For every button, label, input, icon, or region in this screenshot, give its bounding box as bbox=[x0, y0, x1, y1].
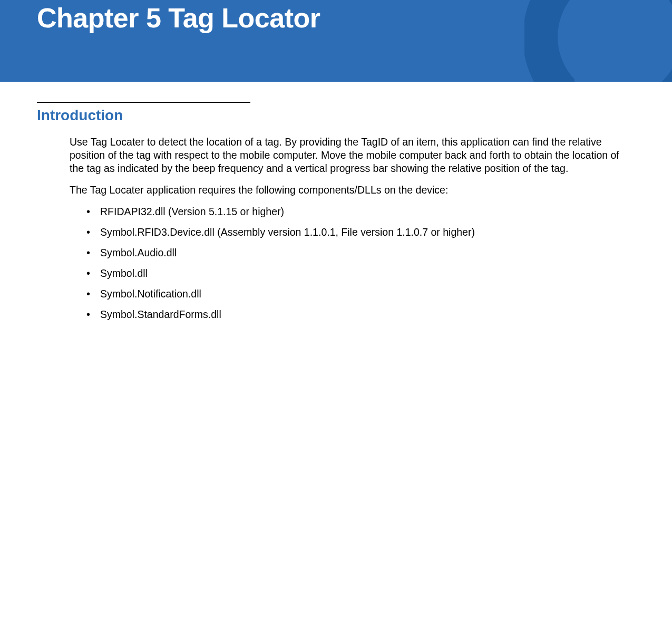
intro-paragraph-2: The Tag Locater application requires the… bbox=[70, 184, 625, 197]
section-heading-rule: Introduction bbox=[37, 102, 250, 124]
chapter-banner: Chapter 5 Tag Locator bbox=[0, 0, 672, 82]
section-heading: Introduction bbox=[37, 107, 250, 124]
intro-paragraph-1: Use Tag Locater to detect the location o… bbox=[70, 136, 625, 175]
body-text: Use Tag Locater to detect the location o… bbox=[70, 136, 625, 321]
list-item: Symbol.RFID3.Device.dll (Assembly versio… bbox=[86, 226, 625, 239]
chapter-title: Chapter 5 Tag Locator bbox=[37, 0, 635, 34]
list-item: RFIDAPI32.dll (Version 5.1.15 or higher) bbox=[86, 205, 625, 218]
list-item: Symbol.StandardForms.dll bbox=[86, 308, 625, 321]
list-item: Symbol.Audio.dll bbox=[86, 246, 625, 259]
svg-rect-1 bbox=[574, 29, 590, 82]
list-item: Symbol.dll bbox=[86, 267, 625, 280]
requirements-list: RFIDAPI32.dll (Version 5.1.15 or higher)… bbox=[86, 205, 625, 321]
list-item: Symbol.Notification.dll bbox=[86, 287, 625, 301]
content-area: Introduction Use Tag Locater to detect t… bbox=[0, 82, 672, 321]
